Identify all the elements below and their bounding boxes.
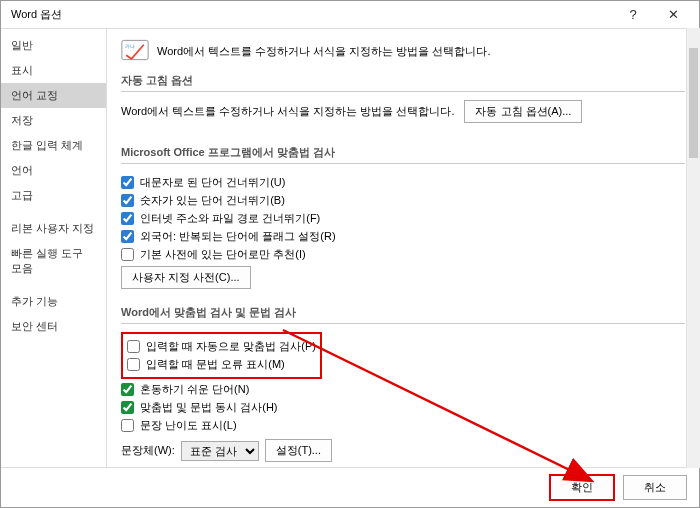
sidebar-item-save[interactable]: 저장 [1, 108, 106, 133]
sidebar-item-quick-access[interactable]: 빠른 실행 도구 모음 [1, 241, 106, 281]
check-grammar-with-spelling-checkbox[interactable] [121, 401, 134, 414]
autocorrect-desc: Word에서 텍스트를 수정하거나 서식을 지정하는 방법을 선택합니다. [121, 104, 454, 119]
skip-numbers-label: 숫자가 있는 단어 건너뛰기(B) [140, 193, 285, 208]
confused-words-label: 혼동하기 쉬운 단어(N) [140, 382, 249, 397]
content-pane: 가나 Word에서 텍스트를 수정하거나 서식을 지정하는 방법을 선택합니다.… [107, 29, 699, 467]
sidebar-item-advanced[interactable]: 고급 [1, 183, 106, 208]
confused-words-checkbox[interactable] [121, 383, 134, 396]
main-dict-only-label: 기본 사전에 있는 단어로만 추천(I) [140, 247, 306, 262]
header-text: Word에서 텍스트를 수정하거나 서식을 지정하는 방법을 선택합니다. [157, 44, 490, 59]
section-autocorrect-title: 자동 고침 옵션 [121, 73, 685, 92]
cancel-button[interactable]: 취소 [623, 475, 687, 500]
mark-grammar-errors-checkbox[interactable] [127, 358, 140, 371]
flag-repeated-label: 외국어: 반복되는 단어에 플래그 설정(R) [140, 229, 336, 244]
scrollbar-thumb[interactable] [689, 48, 698, 158]
skip-urls-checkbox[interactable] [121, 212, 134, 225]
sidebar-item-trust-center[interactable]: 보안 센터 [1, 314, 106, 339]
skip-urls-label: 인터넷 주소와 파일 경로 건너뛰기(F) [140, 211, 320, 226]
section-word-spell-title: Word에서 맞춤법 검사 및 문법 검사 [121, 305, 685, 324]
skip-uppercase-checkbox[interactable] [121, 176, 134, 189]
sidebar-item-language[interactable]: 언어 [1, 158, 106, 183]
ok-button[interactable]: 확인 [549, 474, 615, 501]
readability-stats-checkbox[interactable] [121, 419, 134, 432]
autocorrect-options-button[interactable]: 자동 고침 옵션(A)... [464, 100, 582, 123]
close-button[interactable]: ✕ [653, 1, 693, 28]
sidebar: 일반 표시 언어 교정 저장 한글 입력 체계 언어 고급 리본 사용자 지정 … [1, 29, 107, 467]
sidebar-item-addins[interactable]: 추가 기능 [1, 289, 106, 314]
sidebar-item-general[interactable]: 일반 [1, 33, 106, 58]
check-spelling-typing-label: 입력할 때 자동으로 맞춤법 검사(P) [146, 339, 316, 354]
readability-stats-label: 문장 난이도 표시(L) [140, 418, 237, 433]
section-office-spell-title: Microsoft Office 프로그램에서 맞춤법 검사 [121, 145, 685, 164]
svg-text:가나: 가나 [125, 43, 135, 49]
sidebar-item-display[interactable]: 표시 [1, 58, 106, 83]
main-dict-only-checkbox[interactable] [121, 248, 134, 261]
writing-style-settings-button[interactable]: 설정(T)... [265, 439, 332, 462]
skip-uppercase-label: 대문자로 된 단어 건너뛰기(U) [140, 175, 285, 190]
sidebar-item-korean-input[interactable]: 한글 입력 체계 [1, 133, 106, 158]
flag-repeated-checkbox[interactable] [121, 230, 134, 243]
custom-dictionary-button[interactable]: 사용자 지정 사전(C)... [121, 266, 251, 289]
highlight-box: 입력할 때 자동으로 맞춤법 검사(P) 입력할 때 문법 오류 표시(M) [121, 332, 322, 379]
proofing-icon: 가나 [121, 39, 149, 63]
sidebar-item-ribbon[interactable]: 리본 사용자 지정 [1, 216, 106, 241]
writing-style-select[interactable]: 표준 검사 [181, 441, 259, 461]
writing-style-label: 문장체(W): [121, 443, 175, 458]
vertical-scrollbar[interactable] [686, 28, 700, 468]
check-grammar-with-spelling-label: 맞춤법 및 문법 동시 검사(H) [140, 400, 278, 415]
help-button[interactable]: ? [613, 1, 653, 28]
sidebar-item-proofing[interactable]: 언어 교정 [1, 83, 106, 108]
check-spelling-typing-checkbox[interactable] [127, 340, 140, 353]
mark-grammar-errors-label: 입력할 때 문법 오류 표시(M) [146, 357, 285, 372]
skip-numbers-checkbox[interactable] [121, 194, 134, 207]
window-title: Word 옵션 [7, 7, 613, 22]
